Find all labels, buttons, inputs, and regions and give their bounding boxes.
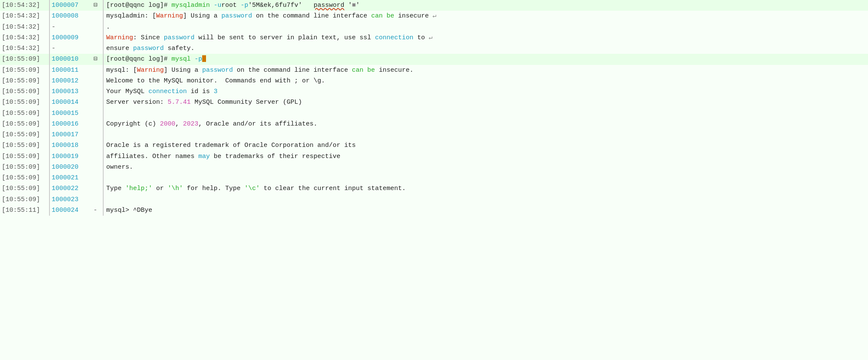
terminal-row: [10:55:11]1000024-mysql> ^DBye (0, 205, 868, 216)
row-linenum: 1000014 (50, 97, 93, 108)
row-indicator: ⊟ (93, 0, 103, 11)
row-linenum: 1000017 (50, 129, 93, 140)
terminal-row: [10:54:32]-. (0, 22, 868, 32)
row-indicator (93, 43, 103, 54)
terminal-row: [10:54:32]-ensure password safety. (0, 43, 868, 54)
terminal-row: [10:55:09]1000016Copyright (c) 2000, 202… (0, 119, 868, 129)
row-time: [10:54:32] (0, 32, 49, 43)
row-linenum: 1000010 (50, 54, 93, 64)
terminal-row: [10:55:09]1000018Oracle is a registered … (0, 140, 868, 151)
row-indicator (93, 183, 103, 194)
row-linenum: 1000009 (50, 32, 93, 43)
row-content (104, 173, 868, 183)
terminal-row: [10:55:09]1000013Your MySQL connection i… (0, 86, 868, 97)
row-linenum: 1000018 (50, 140, 93, 151)
terminal-row: [10:55:09]1000012Welcome to the MySQL mo… (0, 76, 868, 86)
row-linenum: 1000008 (50, 11, 93, 21)
row-linenum: 1000015 (50, 108, 93, 119)
terminal-row: [10:55:09]1000010⊟[root@qqnc log]# mysql… (0, 54, 868, 64)
terminal-row: [10:55:09]1000023 (0, 194, 868, 205)
row-content: mysql> ^DBye (104, 205, 868, 216)
row-indicator (93, 32, 103, 43)
row-linenum: 1000012 (50, 76, 93, 86)
row-linenum: 1000013 (50, 86, 93, 97)
row-content: [root@qqnc log]# mysql -p█ (104, 54, 868, 64)
row-content: Your MySQL connection id is 3 (104, 86, 868, 97)
row-time: [10:55:09] (0, 162, 49, 173)
row-content: Type 'help;' or '\h' for help. Type '\c'… (104, 183, 868, 194)
row-time: [10:55:09] (0, 183, 49, 194)
row-time: [10:54:32] (0, 0, 49, 11)
row-time: [10:54:32] (0, 22, 49, 32)
row-linenum: 1000016 (50, 119, 93, 129)
row-time: [10:55:09] (0, 140, 49, 151)
row-indicator (93, 129, 103, 140)
row-content: Welcome to the MySQL monitor. Commands e… (104, 76, 868, 86)
row-linenum: 1000020 (50, 162, 93, 173)
row-content (104, 194, 868, 205)
row-indicator (93, 97, 103, 108)
terminal-row: [10:55:09]1000014Server version: 5.7.41 … (0, 97, 868, 108)
row-linenum: - (50, 22, 93, 32)
row-linenum: 1000024 (50, 205, 93, 216)
row-content: [root@qqnc log]# mysqladmin -uroot -p'5M… (104, 0, 868, 11)
row-indicator (93, 65, 103, 76)
row-indicator (93, 76, 103, 86)
terminal-row: [10:55:09]1000019affiliates. Other names… (0, 151, 868, 162)
row-indicator (93, 151, 103, 162)
terminal-output: [10:54:32]1000007⊟[root@qqnc log]# mysql… (0, 0, 868, 360)
row-indicator (93, 108, 103, 119)
row-indicator (93, 119, 103, 129)
row-time: [10:55:11] (0, 205, 49, 216)
row-linenum: - (50, 43, 93, 54)
row-time: [10:54:32] (0, 43, 49, 54)
row-content: Server version: 5.7.41 MySQL Community S… (104, 97, 868, 108)
row-content: mysqladmin: [Warning] Using a password o… (104, 11, 868, 21)
row-content: . (104, 22, 868, 32)
row-time: [10:55:09] (0, 129, 49, 140)
row-time: [10:54:32] (0, 11, 49, 21)
row-time: [10:55:09] (0, 97, 49, 108)
row-time: [10:55:09] (0, 86, 49, 97)
row-time: [10:55:09] (0, 65, 49, 76)
terminal-row: [10:55:09]1000022Type 'help;' or '\h' fo… (0, 183, 868, 194)
row-time: [10:55:09] (0, 54, 49, 64)
terminal-row: [10:54:32]1000009Warning: Since password… (0, 32, 868, 43)
row-time: [10:55:09] (0, 76, 49, 86)
row-content (104, 129, 868, 140)
row-time: [10:55:09] (0, 119, 49, 129)
terminal-row: [10:55:09]1000015 (0, 108, 868, 119)
row-content: owners. (104, 162, 868, 173)
terminal-row: [10:55:09]1000021 (0, 173, 868, 183)
terminal-row: [10:54:32]1000008mysqladmin: [Warning] U… (0, 11, 868, 21)
row-content: Copyright (c) 2000, 2023, Oracle and/or … (104, 119, 868, 129)
row-indicator (93, 162, 103, 173)
terminal-row: [10:55:09]1000020owners. (0, 162, 868, 173)
row-time: [10:55:09] (0, 194, 49, 205)
row-linenum: 1000021 (50, 173, 93, 183)
row-content: mysql: [Warning] Using a password on the… (104, 65, 868, 76)
row-linenum: 1000022 (50, 183, 93, 194)
row-indicator (93, 140, 103, 151)
row-linenum: 1000023 (50, 194, 93, 205)
row-linenum: 1000019 (50, 151, 93, 162)
row-indicator (93, 86, 103, 97)
row-indicator: - (93, 205, 103, 216)
row-linenum: 1000007 (50, 0, 93, 11)
row-time: [10:55:09] (0, 151, 49, 162)
row-content: affiliates. Other names may be trademark… (104, 151, 868, 162)
row-indicator (93, 194, 103, 205)
row-indicator: ⊟ (93, 54, 103, 64)
row-indicator (93, 22, 103, 32)
row-indicator (93, 173, 103, 183)
terminal-row: [10:55:09]1000011mysql: [Warning] Using … (0, 65, 868, 76)
row-content (104, 108, 868, 119)
row-content: Oracle is a registered trademark of Orac… (104, 140, 868, 151)
row-indicator (93, 11, 103, 21)
row-time: [10:55:09] (0, 108, 49, 119)
terminal-row: [10:54:32]1000007⊟[root@qqnc log]# mysql… (0, 0, 868, 11)
row-content: Warning: Since password will be sent to … (104, 32, 868, 43)
row-linenum: 1000011 (50, 65, 93, 76)
terminal-row: [10:55:09]1000017 (0, 129, 868, 140)
row-content: ensure password safety. (104, 43, 868, 54)
